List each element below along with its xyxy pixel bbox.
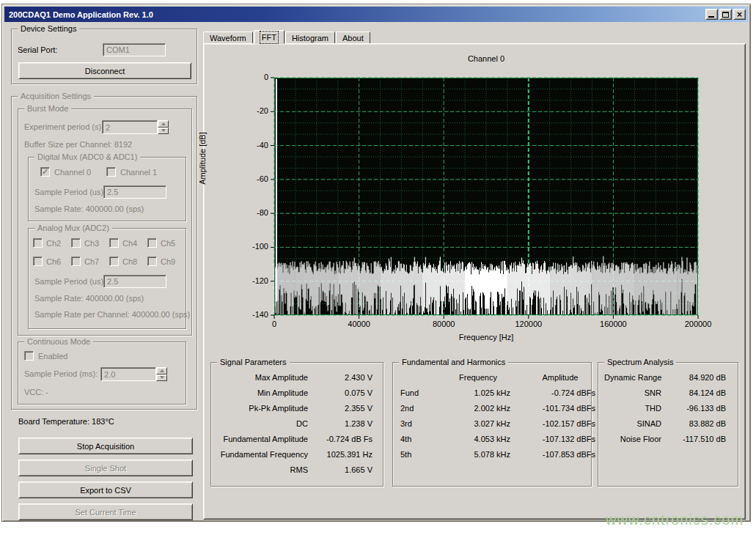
ch6-checkbox[interactable] — [33, 257, 43, 266]
digital-mux-title: Digital Mux (ADC0 & ADC1) — [34, 152, 140, 161]
parameter-label: Max Amplitude — [217, 373, 308, 382]
fft-spectrum-chart — [274, 78, 698, 315]
tab-label: Histogram — [292, 34, 329, 43]
parameter-value: 1.665 V — [308, 465, 373, 474]
frequency-column-header: Frequency — [438, 373, 518, 382]
digital-sample-period-input[interactable] — [103, 185, 166, 199]
channel-0-checkbox[interactable]: ✓ — [40, 167, 50, 177]
disconnect-button[interactable]: Disconnect — [18, 62, 191, 79]
harmonics-corner — [400, 373, 438, 382]
ch8-checkbox[interactable] — [109, 257, 119, 266]
y-tick-label: -140 — [232, 310, 268, 319]
parameter-label: Dynamic Range — [604, 373, 661, 382]
parameter-value: 84.920 dB — [661, 373, 726, 382]
parameter-value: -0.724 dB Fs — [308, 435, 373, 443]
tab-about[interactable]: About — [336, 32, 370, 44]
checkbox-label: Channel 1 — [120, 168, 157, 177]
continuous-mode-group: Continuous Mode Enabled Sample Period (m… — [18, 342, 186, 405]
y-tick-label: -80 — [232, 208, 268, 217]
button-label: Set Current Time — [75, 508, 136, 517]
analog-sample-rate-text: Sample Rate: 400000.00 (sps) — [34, 294, 144, 303]
parameter-label: Fundamental Frequency — [217, 450, 308, 459]
maximize-button[interactable] — [719, 9, 732, 20]
tab-fft[interactable]: FFT — [254, 30, 285, 44]
digital-sample-period-label: Sample Period (us): — [34, 188, 106, 196]
title-bar: 200CDAQ1 Demo Application Rev. 1.0 × — [4, 7, 748, 22]
ch4-checkbox[interactable] — [109, 238, 119, 248]
acquisition-settings-title: Acquisition Settings — [18, 92, 94, 100]
tab-label: FFT — [262, 33, 276, 42]
parameter-value: 1025.391 Hz — [308, 450, 373, 459]
export-to-csv-button[interactable]: Export to CSV — [18, 482, 193, 498]
spin-up-icon[interactable] — [158, 120, 169, 128]
analog-sample-period-input[interactable] — [103, 275, 166, 288]
button-label: Single Shot — [85, 464, 126, 473]
set-current-time-button[interactable]: Set Current Time — [18, 503, 193, 520]
spin-up-icon[interactable] — [156, 367, 167, 374]
button-label: Export to CSV — [80, 486, 131, 495]
y-tick-label: -120 — [232, 276, 268, 285]
harmonic-frequency: 4.053 kHz — [438, 435, 518, 443]
channel-1-checkbox[interactable] — [106, 167, 116, 177]
harmonic-name: 4th — [400, 435, 438, 443]
parameter-row: Pk-Pk Amplitude2.355 V — [211, 404, 383, 419]
vcc-text: VCC: - — [24, 388, 48, 396]
parameter-label: SNR — [604, 388, 661, 397]
serial-port-input[interactable] — [103, 43, 166, 56]
continuous-enabled-row: Enabled — [24, 351, 67, 361]
stop-acquisition-button[interactable]: Stop Acquisition — [18, 438, 193, 454]
analog-sample-rate-per-channel-text: Sample Rate per Channel: 400000.00 (sps) — [34, 310, 190, 319]
close-icon: × — [737, 11, 742, 18]
ch9-checkbox[interactable] — [147, 257, 157, 266]
parameter-row: Noise Floor-117.510 dB — [598, 435, 736, 450]
parameter-row: Dynamic Range84.920 dB — [598, 373, 736, 388]
parameter-label: DC — [217, 419, 308, 428]
x-tick-label: 120000 — [515, 320, 542, 328]
minimize-button[interactable] — [705, 9, 718, 20]
ch7-checkbox[interactable] — [71, 257, 81, 266]
tab-bar: WaveformFFTHistogramAbout — [203, 30, 371, 44]
parameter-row: Max Amplitude2.430 V — [211, 373, 383, 388]
harmonic-frequency: 5.078 kHz — [438, 450, 518, 459]
spin-down-icon[interactable] — [158, 128, 169, 135]
parameter-value: 0.075 V — [308, 388, 373, 397]
chart-title: Channel 0 — [274, 54, 698, 63]
parameter-row: Min Amplitude0.075 V — [211, 388, 383, 404]
parameter-label: Fundamental Amplitude — [217, 435, 308, 443]
close-button[interactable]: × — [733, 9, 746, 20]
enabled-checkbox[interactable] — [24, 351, 34, 361]
ch5-checkbox[interactable] — [147, 238, 157, 248]
button-label: Stop Acquisition — [77, 442, 134, 451]
parameter-value: -117.510 dB — [661, 435, 726, 443]
y-tick-label: -100 — [232, 242, 268, 251]
checkbox-label: Ch6 — [46, 257, 61, 266]
single-shot-button[interactable]: Single Shot — [18, 460, 193, 476]
digital-mux-group: Digital Mux (ADC0 & ADC1) ✓Channel 0Chan… — [28, 157, 186, 221]
experiment-period-label: Experiment period (s): — [24, 122, 103, 131]
harmonic-amplitude: -101.734 dBFs — [518, 404, 603, 413]
checkbox-label: Ch5 — [161, 239, 175, 248]
checkbox-row-ch2: Ch2 — [33, 238, 61, 248]
app-window: 200CDAQ1 Demo Application Rev. 1.0 × Dev… — [1, 4, 751, 522]
checkbox-row-ch8: Ch8 — [109, 257, 137, 266]
checkbox-label: Ch3 — [84, 239, 99, 248]
tab-histogram[interactable]: Histogram — [285, 32, 335, 44]
ch2-checkbox[interactable] — [33, 238, 43, 248]
tab-label: About — [342, 34, 364, 43]
parameter-value: 83.882 dB — [661, 419, 726, 428]
continuous-sample-period-spinner[interactable] — [156, 367, 167, 381]
parameter-label: Noise Floor — [604, 435, 661, 443]
checkbox-row-channel-1: Channel 1 — [106, 167, 157, 177]
checkbox-label: Ch8 — [122, 257, 137, 266]
checkbox-label: Ch2 — [46, 239, 61, 248]
continuous-sample-period-input[interactable] — [100, 367, 156, 381]
parameter-label: THD — [604, 404, 661, 413]
experiment-period-spinner[interactable] — [158, 120, 169, 134]
tab-waveform[interactable]: Waveform — [203, 32, 253, 44]
spin-down-icon[interactable] — [156, 374, 167, 382]
experiment-period-input[interactable] — [102, 120, 158, 134]
checkbox-label: Ch9 — [161, 257, 175, 266]
ch3-checkbox[interactable] — [71, 238, 81, 248]
parameter-row: SINAD83.882 dB — [598, 419, 736, 435]
checkbox-row-ch6: Ch6 — [33, 257, 61, 266]
